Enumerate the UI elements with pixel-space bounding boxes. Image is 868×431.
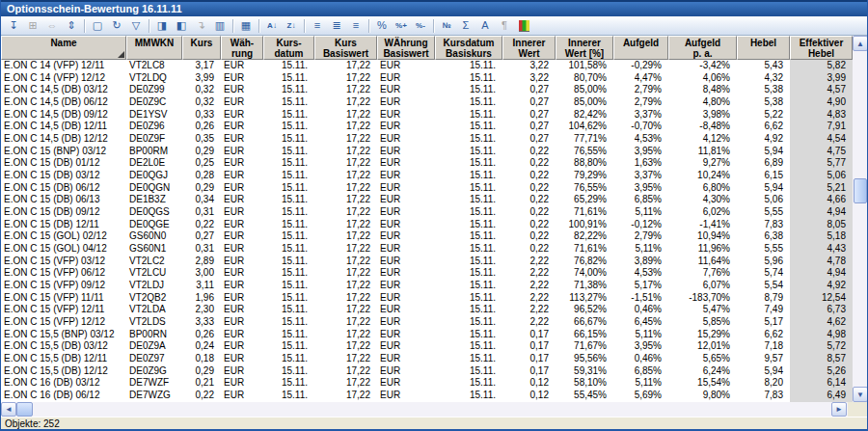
- table-row[interactable]: E.ON C 16 (DB) 03/12DE7WZF0,21EUR15.11.1…: [1, 377, 853, 390]
- cell-effektiver_hebel: 4,83: [790, 109, 853, 121]
- table-row[interactable]: E.ON C 15 (DB) 06/12DE0QGN0,29EUR15.11.1…: [1, 182, 853, 195]
- table-row[interactable]: E.ON C 14 (VFP) 12/11VT2LC83,17EUR15.11.…: [1, 60, 853, 72]
- insert-column-icon[interactable]: ◨: [152, 16, 172, 35]
- chevron-down-icon: ▼: [856, 391, 864, 399]
- table-row[interactable]: E.ON C 14 (VFP) 12/12VT2LDQ3,99EUR15.11.…: [1, 72, 853, 85]
- filter-icon[interactable]: ▽: [126, 16, 146, 35]
- table-row[interactable]: E.ON C 15 (DB) 09/12DE0QGS0,31EUR15.11.1…: [1, 206, 853, 219]
- expand-view-icon[interactable]: ⊞: [23, 16, 42, 35]
- application-window: Optionsschein-Bewertung 16.11.11 ↧⊞⇔⇕▢↻▽…: [0, 0, 868, 431]
- column-header-effektiver_hebel[interactable]: EffektiverHebel: [790, 36, 853, 60]
- table-row[interactable]: E.ON C 15,5 (BNP) 03/12BP00RN0,26EUR15.1…: [1, 329, 853, 341]
- horizontal-scrollbar-thumb[interactable]: [16, 402, 33, 417]
- table-row[interactable]: E.ON C 15 (VFP) 06/12VT2LCU3,00EUR15.11.…: [1, 267, 853, 280]
- cell-waehrung: EUR: [221, 267, 263, 280]
- scroll-right-button[interactable]: ►: [831, 402, 847, 417]
- cell-kurs: 0,21: [182, 377, 221, 390]
- cell-kursdatum: 15.11.: [263, 243, 314, 256]
- table-row[interactable]: E.ON C 15 (DB) 03/12DE0QGJ0,28EUR15.11.1…: [1, 170, 853, 182]
- table-row[interactable]: E.ON C 15,5 (DB) 03/12DE0Z9A0,24EUR15.11…: [1, 340, 853, 353]
- cell-aufgeld: 3,37%: [613, 109, 668, 121]
- table-row[interactable]: E.ON C 15 (VFP) 03/12VT2LC22,89EUR15.11.…: [1, 256, 853, 268]
- remove-decimals-icon[interactable]: %-: [411, 16, 430, 35]
- table-row[interactable]: E.ON C 15 (VFP) 11/11VT2QB21,96EUR15.11.…: [1, 292, 853, 305]
- table-row[interactable]: E.ON C 14,5 (DB) 09/12DE1YSV0,33EUR15.11…: [1, 109, 853, 121]
- fit-width-icon[interactable]: ⇔: [42, 16, 62, 35]
- row-numbers-icon[interactable]: №: [437, 16, 456, 35]
- window-title: Optionsschein-Bewertung 16.11.11: [7, 3, 182, 14]
- chart-icon[interactable]: [514, 16, 533, 35]
- column-header-waehrung_basiswert[interactable]: WÄhrungBasiswert: [377, 36, 435, 60]
- fit-height-icon[interactable]: ⇕: [62, 16, 81, 35]
- cell-aufgeld_pa: 15,54%: [668, 377, 737, 390]
- sort-ascending-icon[interactable]: A↓: [262, 16, 282, 35]
- column-header-kursdatum_basiskurs[interactable]: KursdatumBasiskurs: [435, 36, 502, 60]
- cell-aufgeld: 6,45%: [613, 316, 668, 329]
- column-header-innerer_wert_pct[interactable]: InnererWert [%]: [556, 36, 613, 60]
- column-header-aufgeld[interactable]: Aufgeld: [613, 36, 668, 60]
- column-header-waehrung[interactable]: Wäh-rung: [221, 36, 263, 60]
- scroll-left-button[interactable]: ◄: [1, 402, 16, 417]
- column-header-kursdatum[interactable]: Kurs-datum: [263, 36, 314, 60]
- table-row[interactable]: E.ON C 16 (DB) 06/12DE7WZG0,22EUR15.11.1…: [1, 390, 853, 402]
- column-header-kurs[interactable]: Kurs: [182, 36, 221, 60]
- table-row[interactable]: E.ON C 15 (VFP) 09/12VT2LDJ3,11EUR15.11.…: [1, 280, 853, 292]
- column-header-kurs_basiswert[interactable]: KursBasiswert: [314, 36, 377, 60]
- cell-kurs: 0,32: [182, 84, 221, 96]
- column-header-innerer_wert[interactable]: InnererWert: [502, 36, 556, 60]
- cell-aufgeld_pa: 5,65%: [668, 353, 737, 365]
- horizontal-scrollbar[interactable]: ◄ ►: [1, 402, 848, 417]
- format-font-icon[interactable]: A: [475, 16, 495, 35]
- table-row[interactable]: E.ON C 15,5 (DB) 12/11DE0Z970,18EUR15.11…: [1, 353, 853, 365]
- table-row[interactable]: E.ON C 14,5 (DB) 12/11DE0Z960,26EUR15.11…: [1, 121, 853, 133]
- table-row[interactable]: E.ON C 14,5 (DB) 03/12DE0Z990,32EUR15.11…: [1, 84, 853, 96]
- table-row[interactable]: E.ON C 15 (DB) 01/12DE2L0E0,25EUR15.11.1…: [1, 157, 853, 170]
- distribution-icon[interactable]: ▥: [210, 16, 230, 35]
- table-row[interactable]: E.ON C 15 (VFP) 12/11VT2LDA2,30EUR15.11.…: [1, 304, 853, 316]
- sort-descending-icon[interactable]: Z↓: [282, 16, 301, 35]
- vertical-scrollbar-thumb[interactable]: [854, 178, 867, 203]
- add-decimals-icon[interactable]: %+: [392, 16, 411, 35]
- column-setup-icon[interactable]: ▦: [236, 16, 256, 35]
- move-column-icon[interactable]: ↴: [191, 16, 210, 35]
- cell-kursdatum: 15.11.: [263, 121, 314, 133]
- delete-column-icon[interactable]: ◧: [172, 16, 191, 35]
- fields-icon[interactable]: ¶: [495, 16, 514, 35]
- new-view-icon[interactable]: ▢: [88, 16, 107, 35]
- cell-name: E.ON C 14,5 (DB) 09/12: [1, 109, 126, 121]
- table-row[interactable]: E.ON C 15 (GOL) 02/12GS60N00,27EUR15.11.…: [1, 230, 853, 243]
- cell-aufgeld: -0,12%: [613, 219, 668, 231]
- row-spacing-medium-icon[interactable]: ≣: [327, 16, 346, 35]
- table-row[interactable]: E.ON C 15 (GOL) 04/12GS60N10,31EUR15.11.…: [1, 243, 853, 256]
- cell-aufgeld_pa: 8,48%: [668, 84, 737, 96]
- row-spacing-wide-icon[interactable]: ≡: [346, 16, 366, 35]
- toolbar-separator: [84, 19, 85, 33]
- cell-effektiver_hebel: 4,66: [790, 194, 853, 206]
- table-row[interactable]: E.ON C 15 (DB) 06/13DE1B3Z0,34EUR15.11.1…: [1, 194, 853, 206]
- window-title-bar[interactable]: Optionsschein-Bewertung 16.11.11: [1, 0, 867, 16]
- sum-icon[interactable]: Σ: [456, 16, 475, 35]
- cell-effektiver_hebel: 5,26: [790, 365, 853, 378]
- cell-waehrung: EUR: [221, 60, 263, 72]
- table-row[interactable]: E.ON C 14,5 (DB) 12/12DE0Z9F0,35EUR15.11…: [1, 133, 853, 146]
- table-row[interactable]: E.ON C 15 (BNP) 03/12BP00RM0,29EUR15.11.…: [1, 146, 853, 158]
- table-row[interactable]: E.ON C 15 (VFP) 12/12VT2LDS3,33EUR15.11.…: [1, 316, 853, 329]
- scroll-down-button[interactable]: ▼: [853, 387, 868, 402]
- cell-hebel: 5,94: [737, 182, 790, 195]
- column-header-name[interactable]: Name: [1, 36, 126, 60]
- scroll-up-button[interactable]: ▲: [853, 36, 868, 51]
- column-header-hebel[interactable]: Hebel: [737, 36, 790, 60]
- cell-aufgeld: 2,79%: [613, 230, 668, 243]
- column-header-aufgeld_pa[interactable]: Aufgeldp. a.: [668, 36, 737, 60]
- table-row[interactable]: E.ON C 15 (DB) 12/11DE0QGE0,22EUR15.11.1…: [1, 219, 853, 231]
- export-icon[interactable]: ↧: [4, 16, 23, 35]
- table-row[interactable]: E.ON C 14,5 (DB) 06/12DE0Z9C0,32EUR15.11…: [1, 96, 853, 109]
- row-spacing-compact-icon[interactable]: ≡: [308, 16, 327, 35]
- column-header-mmwkn[interactable]: MMWKN: [126, 36, 182, 60]
- cell-kursdatum: 15.11.: [263, 329, 314, 341]
- percent-format-icon[interactable]: %: [372, 16, 392, 35]
- vertical-scrollbar[interactable]: ▲ ▼: [853, 36, 868, 402]
- refresh-icon[interactable]: ↻: [107, 16, 126, 35]
- table-row[interactable]: E.ON C 15,5 (DB) 12/12DE0Z9G0,29EUR15.11…: [1, 365, 853, 378]
- cell-effektiver_hebel: 4,62: [790, 316, 853, 329]
